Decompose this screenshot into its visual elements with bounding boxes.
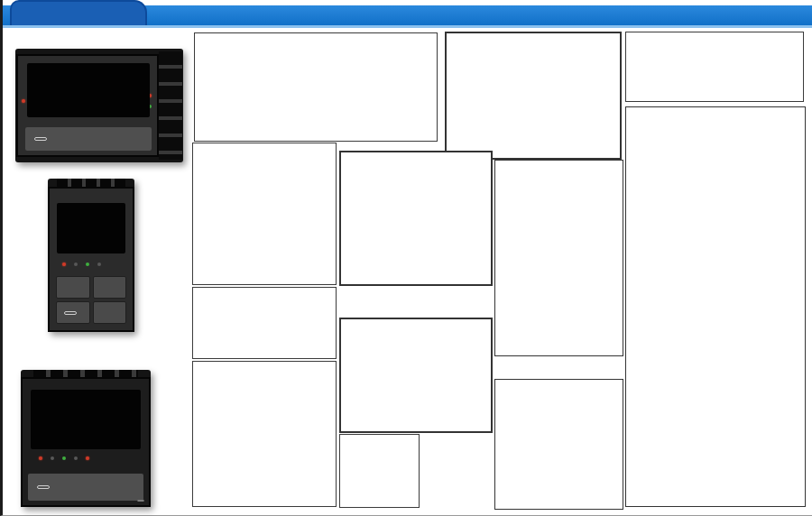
input-table-160x80 <box>445 32 622 160</box>
device-front-panel <box>48 187 134 332</box>
power-wiring-72x72 <box>339 434 420 508</box>
terminal-strip-160x80 <box>194 32 438 142</box>
device-keypad <box>56 276 126 324</box>
device-front-panel <box>21 377 151 507</box>
led-indicator-row <box>39 456 89 460</box>
device-photo-80x160 <box>48 179 134 332</box>
header-stripe <box>3 25 812 28</box>
led-display <box>31 390 141 449</box>
set-key <box>64 311 77 315</box>
input-table-96x96 <box>339 151 493 286</box>
power-wiring-96x96 <box>192 287 337 359</box>
led-indicator <box>39 456 42 460</box>
led-indicator <box>86 456 89 460</box>
led-indicator <box>97 263 101 266</box>
blank-key <box>93 276 127 299</box>
device-top-vents <box>57 179 125 187</box>
set-key <box>37 485 50 489</box>
terminal-block-96x96 <box>192 143 337 285</box>
set-down-keys <box>56 301 90 324</box>
output-table-72x72 <box>494 379 623 510</box>
output-table-160x80 <box>625 106 806 507</box>
led-indicator <box>62 456 66 460</box>
set-key <box>34 137 47 141</box>
terminal-block-72x72 <box>192 361 337 507</box>
device-photo-square <box>21 370 151 507</box>
led-indicator-row <box>62 263 101 266</box>
led-indicator <box>51 456 54 460</box>
device-side-vents <box>159 51 182 160</box>
device-photo-160x80 <box>15 49 183 162</box>
blank-key <box>56 276 90 299</box>
output-table-96x96 <box>494 160 623 356</box>
led-indicator <box>22 99 25 103</box>
device-keypad <box>28 474 143 501</box>
led-display <box>27 63 150 117</box>
led-indicator <box>86 263 89 266</box>
device-keypad <box>25 127 152 151</box>
led-display <box>57 203 125 253</box>
device-top-vents <box>33 370 138 377</box>
header-tab <box>10 0 147 25</box>
led-indicator <box>62 263 66 266</box>
page <box>0 0 812 516</box>
device-front-panel <box>16 54 159 157</box>
power-wiring-160x80 <box>625 32 804 102</box>
up-key-cell <box>93 301 127 324</box>
model-badge <box>137 500 144 502</box>
led-indicator <box>74 263 78 266</box>
led-indicator <box>74 456 78 460</box>
input-table-72x72 <box>339 318 493 433</box>
